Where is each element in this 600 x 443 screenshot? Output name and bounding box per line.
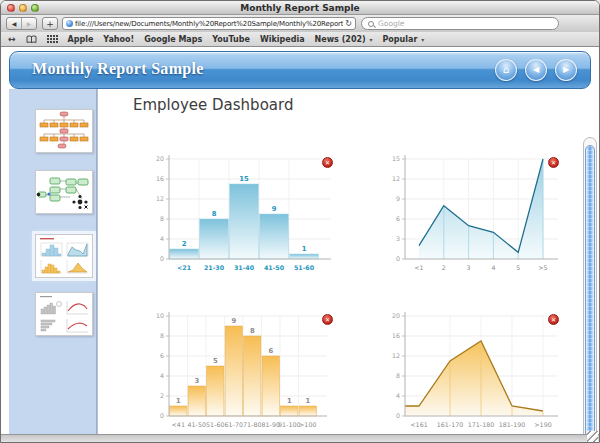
home-button[interactable]: ⌂ bbox=[495, 59, 517, 81]
nav-arrows-icon[interactable]: ↔ bbox=[8, 35, 16, 44]
address-bar[interactable]: file:///Users/new/Documents/Monthly%20Re… bbox=[62, 17, 356, 30]
bookmark-yahoo[interactable]: Yahoo! bbox=[103, 35, 134, 44]
svg-text:12: 12 bbox=[392, 352, 400, 359]
svg-text:6: 6 bbox=[396, 215, 400, 222]
plus-icon: + bbox=[46, 19, 54, 29]
browser-toolbar: ◀ ▶ + file:///Users/new/Documents/Monthl… bbox=[1, 15, 599, 32]
page-forward-button[interactable]: ▶ bbox=[555, 59, 577, 81]
bookmark-apple[interactable]: Apple bbox=[68, 35, 94, 44]
svg-text:5: 5 bbox=[213, 357, 218, 365]
svg-text:>5: >5 bbox=[538, 264, 547, 271]
svg-text:16: 16 bbox=[156, 175, 164, 182]
chart-close-button[interactable]: ✕ bbox=[548, 157, 559, 168]
title-bar[interactable]: Monthly Report Sample bbox=[1, 1, 599, 15]
bookmark-news-folder[interactable]: News (202) ▾ bbox=[315, 35, 373, 44]
svg-text:31-40: 31-40 bbox=[234, 264, 255, 271]
svg-text:91-100: 91-100 bbox=[278, 421, 300, 428]
svg-text:6: 6 bbox=[268, 347, 273, 355]
search-field[interactable]: Google bbox=[361, 17, 559, 30]
svg-text:1: 1 bbox=[176, 397, 181, 405]
svg-text:0: 0 bbox=[160, 412, 164, 419]
page-back-button[interactable]: ◀ bbox=[525, 59, 547, 81]
svg-text:<21: <21 bbox=[177, 264, 191, 271]
svg-text:9: 9 bbox=[396, 195, 400, 202]
reload-button[interactable]: ↻ bbox=[345, 20, 352, 28]
svg-text:<41: <41 bbox=[172, 421, 185, 428]
chart-tenure-area: <12345>503691215 bbox=[393, 151, 565, 277]
browser-window: Monthly Report Sample ◀ ▶ + file:///User… bbox=[0, 0, 600, 443]
svg-text:61-70: 61-70 bbox=[225, 421, 243, 428]
svg-text:6: 6 bbox=[160, 352, 164, 359]
forward-button[interactable]: ▶ bbox=[22, 18, 36, 29]
chart-close-button[interactable]: ✕ bbox=[322, 157, 333, 168]
svg-text:41-50: 41-50 bbox=[264, 264, 285, 271]
svg-text:2: 2 bbox=[160, 392, 164, 399]
svg-text:51-60: 51-60 bbox=[206, 421, 224, 428]
scrollbar-thumb[interactable] bbox=[585, 145, 595, 434]
bookmark-wikipedia[interactable]: Wikipedia bbox=[260, 35, 305, 44]
svg-text:1: 1 bbox=[302, 245, 307, 253]
svg-text:<161: <161 bbox=[410, 421, 427, 428]
svg-text:16: 16 bbox=[392, 332, 400, 339]
bookmarks-book-icon[interactable] bbox=[26, 35, 37, 44]
svg-text:0: 0 bbox=[396, 412, 400, 419]
svg-text:1: 1 bbox=[287, 397, 292, 405]
svg-text:12: 12 bbox=[392, 175, 400, 182]
svg-text:8: 8 bbox=[250, 327, 255, 335]
sidebar-thumbnail-flowchart[interactable] bbox=[35, 170, 93, 214]
svg-text:171-180: 171-180 bbox=[468, 421, 494, 428]
home-icon: ⌂ bbox=[503, 65, 509, 75]
forward-icon: ▶ bbox=[27, 20, 32, 27]
svg-text:21-30: 21-30 bbox=[204, 264, 225, 271]
svg-text:4: 4 bbox=[160, 372, 164, 379]
bookmarks-bar: ↔ Apple Yahoo! Google Maps YouTube Wikip… bbox=[1, 32, 599, 47]
chart-close-button[interactable]: ✕ bbox=[548, 314, 559, 325]
resize-grip[interactable] bbox=[587, 431, 598, 442]
new-tab-button[interactable]: + bbox=[42, 17, 58, 30]
page-viewport: Monthly Report Sample ⌂ ◀ ▶ bbox=[1, 47, 599, 434]
dropdown-arrow-icon: ▾ bbox=[369, 36, 372, 43]
main-content: Employee Dashboard 281591<2121-3031-4041… bbox=[98, 89, 582, 434]
url-text: file:///Users/new/Documents/Monthly%20Re… bbox=[75, 20, 343, 28]
globe-icon bbox=[66, 20, 73, 27]
window-title: Monthly Report Sample bbox=[1, 3, 599, 13]
sidebar-thumbnail-dashboard[interactable] bbox=[35, 234, 93, 278]
svg-text:8: 8 bbox=[160, 215, 164, 222]
vertical-scrollbar[interactable]: ▲ ▼ bbox=[583, 137, 597, 434]
back-icon: ◀ bbox=[12, 20, 17, 27]
svg-text:0: 0 bbox=[396, 255, 400, 262]
svg-text:51-60: 51-60 bbox=[294, 264, 315, 271]
page-title: Monthly Report Sample bbox=[32, 60, 204, 78]
svg-text:2: 2 bbox=[182, 240, 187, 248]
sidebar-thumbnail-orgchart[interactable] bbox=[35, 109, 93, 153]
svg-text:3: 3 bbox=[467, 264, 471, 271]
window-bottom-edge bbox=[1, 434, 599, 443]
history-nav-buttons: ◀ ▶ bbox=[6, 17, 37, 30]
page-nav-buttons: ⌂ ◀ ▶ bbox=[495, 59, 577, 81]
svg-text:12: 12 bbox=[156, 195, 164, 202]
dropdown-arrow-icon: ▾ bbox=[421, 36, 424, 43]
svg-text:161-170: 161-170 bbox=[437, 421, 463, 428]
close-icon: ✕ bbox=[551, 160, 556, 166]
top-sites-grid-icon[interactable] bbox=[47, 35, 58, 43]
page-thumbnails-sidebar bbox=[9, 89, 97, 434]
dashboard-heading: Employee Dashboard bbox=[133, 96, 293, 114]
bookmark-google-maps[interactable]: Google Maps bbox=[144, 35, 202, 44]
svg-text:3: 3 bbox=[194, 377, 199, 385]
bookmark-youtube[interactable]: YouTube bbox=[212, 35, 250, 44]
svg-text:71-80: 71-80 bbox=[243, 421, 261, 428]
svg-text:20: 20 bbox=[392, 312, 400, 319]
chart-age-distribution-bar: 281591<2121-3031-4041-5051-60048121620 bbox=[139, 151, 339, 277]
svg-text:20: 20 bbox=[156, 155, 164, 162]
svg-text:2: 2 bbox=[442, 264, 446, 271]
bookmark-popular-folder[interactable]: Popular ▾ bbox=[382, 35, 424, 44]
sidebar-thumbnail-report-charts[interactable] bbox=[35, 292, 93, 336]
back-button[interactable]: ◀ bbox=[7, 18, 22, 29]
svg-text:4: 4 bbox=[396, 392, 400, 399]
svg-text:5: 5 bbox=[516, 264, 520, 271]
svg-text:181-190: 181-190 bbox=[499, 421, 525, 428]
svg-text:8: 8 bbox=[160, 332, 164, 339]
page-forward-icon: ▶ bbox=[563, 66, 569, 74]
svg-text:15: 15 bbox=[392, 155, 400, 162]
chart-close-button[interactable]: ✕ bbox=[322, 314, 333, 325]
